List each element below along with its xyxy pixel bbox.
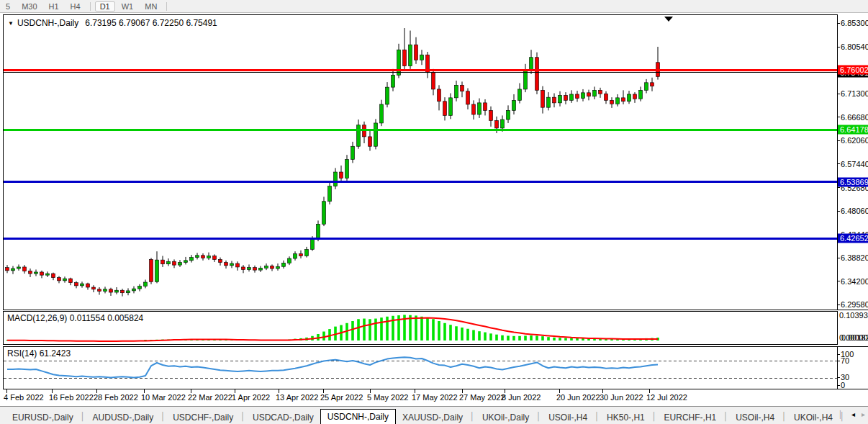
- bear-candle: [225, 263, 228, 266]
- date-label: 17 May 2022: [412, 393, 458, 402]
- bull-candle: [478, 103, 482, 114]
- bull-candle: [386, 87, 389, 104]
- date-label: 27 May 2022: [459, 393, 505, 402]
- bear-candle: [69, 279, 73, 283]
- price-axis-label: 6.48060: [841, 207, 868, 215]
- tab-usoil[interactable]: USOil-,H4: [542, 411, 594, 424]
- date-label: 30 Jun 2022: [600, 393, 643, 402]
- bull-candle: [420, 55, 424, 60]
- macd-histogram-bar: [443, 323, 446, 340]
- bull-candle: [455, 85, 458, 98]
- bull-candle: [115, 290, 119, 292]
- bull-candle: [530, 58, 533, 71]
- macd-histogram-bar: [420, 317, 423, 340]
- bear-candle: [253, 268, 257, 271]
- macd-histogram-bar: [322, 332, 325, 340]
- tab-ukoil[interactable]: UKOil-,Daily: [476, 411, 535, 424]
- tab-audusd[interactable]: AUDUSD-,Daily: [86, 411, 161, 424]
- macd-histogram-bar: [564, 338, 567, 340]
- macd-histogram-bar: [472, 330, 475, 340]
- macd-histogram-bar: [507, 335, 510, 340]
- bear-candle: [161, 260, 165, 264]
- bear-candle: [587, 93, 591, 96]
- bull-candle: [248, 268, 251, 270]
- price-axis-label: 6.62060: [841, 136, 868, 145]
- macd-histogram-bar: [363, 319, 366, 340]
- dropdown-triangle-icon: ▼: [8, 20, 14, 27]
- bear-candle: [605, 94, 608, 100]
- macd-histogram-bar: [357, 319, 360, 340]
- bull-candle: [328, 186, 332, 202]
- bull-candle: [507, 110, 510, 119]
- tab-hk50[interactable]: HK50-,H1: [600, 411, 651, 424]
- bear-candle: [173, 261, 176, 265]
- last-bar-marker-icon: [664, 17, 673, 22]
- bull-candle: [628, 94, 631, 102]
- bear-candle: [633, 94, 637, 99]
- tab-xauusd[interactable]: XAUUSD-,Daily: [396, 411, 469, 424]
- price-axis-label: 6.57440: [841, 160, 868, 168]
- tab-usoil[interactable]: USOil-,H4: [729, 411, 781, 424]
- tab-eurchf[interactable]: EURCHF-,H1: [658, 411, 723, 424]
- bull-candle: [282, 263, 286, 266]
- macd-histogram-bar: [478, 331, 481, 340]
- bull-candle: [12, 269, 15, 271]
- tab-ukoil[interactable]: UKOil-,H4: [787, 411, 839, 424]
- tab-eurusd[interactable]: EURUSD-,Daily: [6, 411, 80, 424]
- bull-candle: [322, 202, 326, 225]
- bear-candle: [150, 259, 153, 281]
- rsi-axis-label: 70: [841, 356, 849, 365]
- macd-histogram-bar: [455, 326, 458, 340]
- macd-histogram-bar: [512, 336, 515, 340]
- bull-candle: [357, 125, 361, 146]
- bear-candle: [92, 287, 96, 289]
- tab-separator: │: [594, 412, 600, 420]
- tab-usdcnh[interactable]: USDCNH-,Daily: [320, 409, 396, 424]
- scroll-right-icon[interactable]: ▸: [862, 410, 865, 418]
- bull-candle: [345, 159, 349, 178]
- bull-candle: [294, 254, 297, 258]
- macd-histogram-bar: [374, 319, 377, 340]
- tab-usdchf[interactable]: USDCHF-,Daily: [166, 411, 240, 424]
- bear-candle: [52, 274, 55, 278]
- bear-candle: [202, 256, 205, 258]
- macd-axis-value-label: 0.001829: [841, 333, 868, 342]
- price-badge: 6.76002: [838, 66, 868, 75]
- date-label: 25 Apr 2022: [320, 393, 363, 402]
- macd-histogram-bar: [461, 328, 464, 340]
- bull-candle: [276, 266, 280, 269]
- tab-separator: │: [781, 412, 787, 420]
- macd-histogram-bar: [380, 317, 383, 340]
- bull-candle: [317, 224, 320, 239]
- bear-candle: [6, 268, 9, 271]
- date-label: 20 Jun 2022: [556, 393, 600, 402]
- bear-candle: [271, 266, 274, 269]
- tab-usdcad[interactable]: USDCAD-,Daily: [246, 411, 320, 424]
- bear-candle: [610, 100, 614, 104]
- bear-candle: [369, 137, 372, 146]
- rsi-title: RSI(14) 61.2423: [7, 348, 71, 358]
- scroll-left-icon[interactable]: ◂: [851, 410, 855, 418]
- bull-candle: [230, 263, 234, 266]
- bear-candle: [495, 120, 499, 128]
- bear-candle: [242, 267, 245, 270]
- macd-histogram-bar: [466, 329, 469, 340]
- macd-histogram-bar: [386, 317, 389, 340]
- date-label: 1 Apr 2022: [232, 393, 270, 402]
- bear-candle: [121, 290, 125, 293]
- macd-histogram-bar: [576, 338, 579, 340]
- bull-candle: [374, 123, 378, 146]
- rsi-axis-label: 0: [841, 381, 845, 389]
- bear-candle: [109, 289, 113, 292]
- bull-candle: [380, 104, 384, 123]
- macd-histogram-bar: [432, 319, 435, 340]
- bull-candle: [288, 258, 291, 263]
- macd-histogram-bar: [553, 338, 556, 340]
- bear-candle: [622, 98, 625, 102]
- chart-canvas[interactable]: [0, 0, 868, 406]
- bull-candle: [645, 83, 648, 91]
- macd-histogram-bar: [530, 335, 533, 340]
- price-badge: 6.64178: [838, 125, 868, 135]
- bear-candle: [415, 45, 418, 60]
- macd-histogram-bar: [328, 329, 331, 340]
